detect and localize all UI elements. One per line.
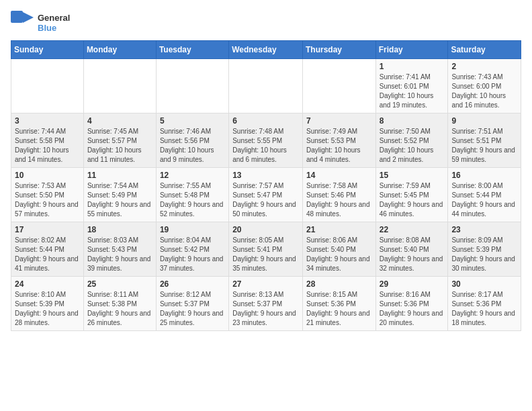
day-cell: 19Sunrise: 8:04 AM Sunset: 5:42 PM Dayli… bbox=[156, 222, 228, 277]
day-number: 11 bbox=[87, 171, 152, 180]
day-number: 3 bbox=[15, 116, 80, 126]
day-number: 19 bbox=[160, 225, 225, 234]
day-number: 20 bbox=[232, 225, 299, 234]
day-number: 28 bbox=[306, 279, 372, 289]
day-cell: 25Sunrise: 8:11 AM Sunset: 5:38 PM Dayli… bbox=[83, 277, 156, 331]
day-number: 14 bbox=[306, 171, 372, 180]
day-cell: 21Sunrise: 8:06 AM Sunset: 5:40 PM Dayli… bbox=[302, 222, 375, 277]
day-number: 26 bbox=[160, 279, 225, 289]
day-cell: 15Sunrise: 7:59 AM Sunset: 5:45 PM Dayli… bbox=[375, 168, 448, 222]
day-cell bbox=[156, 59, 228, 113]
svg-rect-0 bbox=[11, 11, 23, 23]
day-number: 6 bbox=[232, 116, 299, 126]
logo-general: General bbox=[38, 13, 70, 23]
day-info: Sunrise: 8:11 AM Sunset: 5:38 PM Dayligh… bbox=[87, 290, 152, 328]
day-cell bbox=[83, 59, 156, 113]
day-cell: 6Sunrise: 7:48 AM Sunset: 5:55 PM Daylig… bbox=[229, 113, 303, 168]
day-cell: 5Sunrise: 7:46 AM Sunset: 5:56 PM Daylig… bbox=[156, 113, 228, 168]
header-row: SundayMondayTuesdayWednesdayThursdayFrid… bbox=[11, 41, 521, 59]
day-info: Sunrise: 8:08 AM Sunset: 5:40 PM Dayligh… bbox=[380, 236, 445, 273]
day-cell: 26Sunrise: 8:12 AM Sunset: 5:37 PM Dayli… bbox=[156, 277, 228, 331]
header-day-tuesday: Tuesday bbox=[156, 41, 228, 59]
day-cell bbox=[302, 59, 375, 113]
day-info: Sunrise: 7:58 AM Sunset: 5:46 PM Dayligh… bbox=[306, 181, 372, 219]
day-cell: 12Sunrise: 7:55 AM Sunset: 5:48 PM Dayli… bbox=[156, 168, 228, 222]
day-info: Sunrise: 7:53 AM Sunset: 5:50 PM Dayligh… bbox=[15, 181, 80, 219]
day-info: Sunrise: 8:05 AM Sunset: 5:41 PM Dayligh… bbox=[232, 236, 299, 273]
day-cell: 28Sunrise: 8:15 AM Sunset: 5:36 PM Dayli… bbox=[302, 277, 375, 331]
day-info: Sunrise: 8:13 AM Sunset: 5:37 PM Dayligh… bbox=[232, 290, 299, 328]
day-info: Sunrise: 7:55 AM Sunset: 5:48 PM Dayligh… bbox=[160, 181, 225, 219]
header-day-thursday: Thursday bbox=[302, 41, 375, 59]
day-number: 4 bbox=[87, 116, 152, 126]
day-cell: 18Sunrise: 8:03 AM Sunset: 5:43 PM Dayli… bbox=[83, 222, 156, 277]
day-number: 23 bbox=[451, 225, 517, 234]
day-info: Sunrise: 7:43 AM Sunset: 6:00 PM Dayligh… bbox=[451, 73, 517, 110]
day-number: 7 bbox=[306, 116, 372, 126]
day-info: Sunrise: 7:51 AM Sunset: 5:51 PM Dayligh… bbox=[451, 127, 517, 165]
day-cell: 3Sunrise: 7:44 AM Sunset: 5:58 PM Daylig… bbox=[11, 113, 84, 168]
day-info: Sunrise: 8:06 AM Sunset: 5:40 PM Dayligh… bbox=[306, 236, 372, 273]
day-cell: 27Sunrise: 8:13 AM Sunset: 5:37 PM Dayli… bbox=[229, 277, 303, 331]
day-cell: 30Sunrise: 8:17 AM Sunset: 5:36 PM Dayli… bbox=[448, 277, 521, 331]
day-cell: 23Sunrise: 8:09 AM Sunset: 5:39 PM Dayli… bbox=[448, 222, 521, 277]
day-info: Sunrise: 8:00 AM Sunset: 5:44 PM Dayligh… bbox=[451, 181, 517, 219]
day-cell bbox=[229, 59, 303, 113]
day-number: 30 bbox=[451, 279, 517, 289]
logo-blue: Blue bbox=[38, 23, 70, 33]
svg-marker-1 bbox=[23, 12, 34, 23]
day-info: Sunrise: 7:49 AM Sunset: 5:53 PM Dayligh… bbox=[306, 127, 372, 165]
day-cell: 22Sunrise: 8:08 AM Sunset: 5:40 PM Dayli… bbox=[375, 222, 448, 277]
header: General Blue bbox=[11, 11, 521, 35]
header-day-monday: Monday bbox=[83, 41, 156, 59]
week-row-5: 24Sunrise: 8:10 AM Sunset: 5:39 PM Dayli… bbox=[11, 277, 521, 331]
day-cell bbox=[11, 59, 84, 113]
day-number: 12 bbox=[160, 171, 225, 180]
logo: General Blue bbox=[11, 11, 70, 35]
header-day-saturday: Saturday bbox=[448, 41, 521, 59]
day-number: 27 bbox=[232, 279, 299, 289]
day-number: 21 bbox=[306, 225, 372, 234]
day-info: Sunrise: 7:41 AM Sunset: 6:01 PM Dayligh… bbox=[380, 73, 445, 110]
day-cell: 9Sunrise: 7:51 AM Sunset: 5:51 PM Daylig… bbox=[448, 113, 521, 168]
day-number: 18 bbox=[87, 225, 152, 234]
week-row-1: 1Sunrise: 7:41 AM Sunset: 6:01 PM Daylig… bbox=[11, 59, 521, 113]
day-cell: 20Sunrise: 8:05 AM Sunset: 5:41 PM Dayli… bbox=[229, 222, 303, 277]
day-cell: 16Sunrise: 8:00 AM Sunset: 5:44 PM Dayli… bbox=[448, 168, 521, 222]
day-info: Sunrise: 7:44 AM Sunset: 5:58 PM Dayligh… bbox=[15, 127, 80, 165]
day-cell: 10Sunrise: 7:53 AM Sunset: 5:50 PM Dayli… bbox=[11, 168, 84, 222]
day-number: 9 bbox=[451, 116, 517, 126]
day-cell: 17Sunrise: 8:02 AM Sunset: 5:44 PM Dayli… bbox=[11, 222, 84, 277]
day-number: 2 bbox=[451, 62, 517, 71]
day-info: Sunrise: 8:17 AM Sunset: 5:36 PM Dayligh… bbox=[451, 290, 517, 328]
day-info: Sunrise: 7:46 AM Sunset: 5:56 PM Dayligh… bbox=[160, 127, 225, 165]
day-info: Sunrise: 7:59 AM Sunset: 5:45 PM Dayligh… bbox=[380, 181, 445, 219]
day-cell: 29Sunrise: 8:16 AM Sunset: 5:36 PM Dayli… bbox=[375, 277, 448, 331]
day-cell: 8Sunrise: 7:50 AM Sunset: 5:52 PM Daylig… bbox=[375, 113, 448, 168]
day-number: 17 bbox=[15, 225, 80, 234]
day-info: Sunrise: 7:48 AM Sunset: 5:55 PM Dayligh… bbox=[232, 127, 299, 165]
day-info: Sunrise: 8:04 AM Sunset: 5:42 PM Dayligh… bbox=[160, 236, 225, 273]
day-cell: 13Sunrise: 7:57 AM Sunset: 5:47 PM Dayli… bbox=[229, 168, 303, 222]
day-cell: 24Sunrise: 8:10 AM Sunset: 5:39 PM Dayli… bbox=[11, 277, 84, 331]
logo-svg bbox=[11, 11, 35, 35]
day-number: 13 bbox=[232, 171, 299, 180]
day-number: 8 bbox=[380, 116, 445, 126]
day-cell: 1Sunrise: 7:41 AM Sunset: 6:01 PM Daylig… bbox=[375, 59, 448, 113]
day-info: Sunrise: 7:54 AM Sunset: 5:49 PM Dayligh… bbox=[87, 181, 152, 219]
day-number: 10 bbox=[15, 171, 80, 180]
day-info: Sunrise: 8:15 AM Sunset: 5:36 PM Dayligh… bbox=[306, 290, 372, 328]
day-info: Sunrise: 8:09 AM Sunset: 5:39 PM Dayligh… bbox=[451, 236, 517, 273]
day-info: Sunrise: 8:02 AM Sunset: 5:44 PM Dayligh… bbox=[15, 236, 80, 273]
week-row-2: 3Sunrise: 7:44 AM Sunset: 5:58 PM Daylig… bbox=[11, 113, 521, 168]
day-number: 25 bbox=[87, 279, 152, 289]
day-number: 22 bbox=[380, 225, 445, 234]
day-info: Sunrise: 7:57 AM Sunset: 5:47 PM Dayligh… bbox=[232, 181, 299, 219]
day-info: Sunrise: 8:03 AM Sunset: 5:43 PM Dayligh… bbox=[87, 236, 152, 273]
week-row-3: 10Sunrise: 7:53 AM Sunset: 5:50 PM Dayli… bbox=[11, 168, 521, 222]
day-number: 24 bbox=[15, 279, 80, 289]
day-cell: 14Sunrise: 7:58 AM Sunset: 5:46 PM Dayli… bbox=[302, 168, 375, 222]
day-cell: 2Sunrise: 7:43 AM Sunset: 6:00 PM Daylig… bbox=[448, 59, 521, 113]
header-day-friday: Friday bbox=[375, 41, 448, 59]
day-cell: 7Sunrise: 7:49 AM Sunset: 5:53 PM Daylig… bbox=[302, 113, 375, 168]
